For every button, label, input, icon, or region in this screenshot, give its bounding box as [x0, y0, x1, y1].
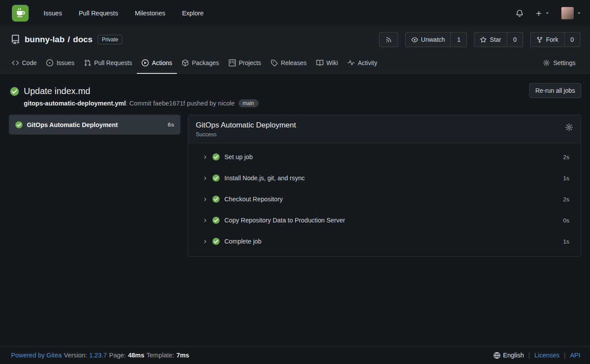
repo-title: bunny-lab / docs — [25, 35, 92, 44]
powered-by-link[interactable]: Powered by Gitea — [11, 352, 62, 359]
settings-gear-icon — [543, 59, 550, 66]
tab-projects[interactable]: Projects — [224, 53, 266, 74]
watchers-count[interactable]: 1 — [451, 32, 467, 47]
tab-activity[interactable]: Activity — [343, 53, 382, 74]
star-button-group: Star 0 — [474, 32, 523, 47]
job-success-check-icon — [15, 121, 23, 129]
step-success-check-icon — [212, 153, 220, 161]
repo-owner-link[interactable]: bunny-lab — [25, 35, 65, 44]
repo-tabs: Code Issues Pull Requests Actions Packag… — [0, 53, 590, 74]
job-list-item[interactable]: GitOps Automatic Deployment 6s — [9, 115, 180, 135]
gear-icon — [565, 123, 573, 131]
repo-name-link[interactable]: docs — [73, 35, 92, 44]
bell-icon — [516, 9, 524, 17]
chevron-right-icon — [203, 176, 208, 181]
step-row[interactable]: Install Node.js, git, and rsync 1s — [188, 167, 581, 189]
step-duration: 2s — [563, 196, 569, 203]
step-duration: 0s — [563, 217, 569, 224]
page-time-value: 48ms — [128, 352, 144, 359]
actions-run-page: Update index.md gitops-automatic-deploym… — [0, 74, 590, 346]
template-time-label: Template: — [147, 352, 174, 359]
star-button[interactable]: Star — [474, 32, 507, 47]
nav-issues[interactable]: Issues — [44, 10, 62, 17]
licenses-link[interactable]: Licenses — [535, 352, 560, 359]
gitea-logo[interactable] — [12, 5, 29, 22]
star-icon — [480, 36, 487, 43]
unwatch-label: Unwatch — [421, 36, 445, 43]
step-row[interactable]: Set up job 2s — [188, 146, 581, 167]
footer-links: English | Licenses | API — [494, 352, 580, 359]
star-label: Star — [490, 36, 501, 43]
step-success-check-icon — [212, 216, 220, 224]
workflow-file[interactable]: gitops-automatic-deployment.yml — [24, 100, 126, 107]
chevron-right-icon — [203, 218, 208, 223]
repo-title-row: bunny-lab / docs Private Unwatch 1 Star — [0, 26, 590, 53]
page-footer: Powered by Gitea Version: 1.23.7 Page: 4… — [0, 346, 590, 364]
rss-button[interactable] — [379, 32, 398, 47]
commit-info: : Commit faebe1671f pushed by nicole — [126, 100, 235, 107]
plus-icon — [535, 10, 542, 17]
step-success-check-icon — [212, 237, 220, 245]
version-label: Version: — [64, 352, 87, 359]
navbar-right — [516, 7, 581, 19]
watch-button-group: Unwatch 1 — [405, 32, 467, 47]
fork-icon — [536, 36, 543, 43]
eye-icon — [411, 36, 418, 43]
run-header: Update index.md gitops-automatic-deploym… — [0, 74, 590, 107]
chevron-right-icon — [203, 239, 208, 244]
globe-icon — [494, 352, 500, 359]
tab-issues[interactable]: Issues — [41, 53, 79, 74]
job-detail-header: GitOps Automatic Deployment Success — [188, 115, 581, 143]
nav-milestones[interactable]: Milestones — [135, 10, 165, 17]
step-list: Set up job 2s Install Node.js, git, and … — [188, 143, 581, 256]
language-selector[interactable]: English — [494, 352, 524, 359]
step-row[interactable]: Complete job 1s — [188, 231, 581, 252]
template-time-value: 7ms — [176, 352, 189, 359]
step-duration: 1s — [563, 238, 569, 245]
package-icon — [182, 59, 189, 66]
unwatch-button[interactable]: Unwatch — [405, 32, 451, 47]
job-detail-card: GitOps Automatic Deployment Success Set … — [188, 115, 581, 257]
step-row[interactable]: Checkout Repository 2s — [188, 189, 581, 210]
tab-wiki[interactable]: Wiki — [311, 53, 343, 74]
page-time-label: Page: — [109, 352, 126, 359]
tab-code[interactable]: Code — [7, 53, 41, 74]
branch-badge[interactable]: main — [238, 99, 259, 107]
tab-packages[interactable]: Packages — [177, 53, 224, 74]
user-menu[interactable] — [561, 7, 581, 19]
tab-actions[interactable]: Actions — [137, 53, 177, 74]
job-duration: 6s — [168, 121, 174, 128]
chevron-right-icon — [203, 197, 208, 202]
play-circle-icon — [142, 59, 149, 66]
step-duration: 1s — [563, 175, 569, 182]
stars-count[interactable]: 0 — [507, 32, 523, 47]
run-success-check-icon — [10, 87, 19, 96]
job-detail-title: GitOps Automatic Deployment — [196, 121, 296, 130]
pulse-icon — [348, 59, 355, 66]
create-new-menu[interactable] — [535, 10, 550, 17]
notifications-button[interactable] — [516, 9, 524, 17]
api-link[interactable]: API — [570, 352, 580, 359]
tab-settings[interactable]: Settings — [538, 53, 580, 74]
footer-meta: Powered by Gitea Version: 1.23.7 Page: 4… — [11, 352, 189, 359]
rss-icon — [385, 36, 392, 43]
code-icon — [12, 59, 19, 66]
step-duration: 2s — [563, 154, 569, 160]
footer-separator: | — [564, 352, 566, 359]
tab-releases[interactable]: Releases — [266, 53, 311, 74]
step-row[interactable]: Copy Repository Data to Production Serve… — [188, 210, 581, 231]
run-title: Update index.md — [24, 86, 90, 96]
nav-explore[interactable]: Explore — [182, 10, 204, 17]
nav-pull-requests[interactable]: Pull Requests — [79, 10, 118, 17]
rerun-all-jobs-button[interactable]: Re-run all jobs — [529, 83, 581, 98]
forks-count[interactable]: 0 — [564, 32, 580, 47]
job-options-button[interactable] — [565, 123, 573, 131]
run-subtitle: gitops-automatic-deployment.yml : Commit… — [24, 99, 581, 107]
tab-pull-requests[interactable]: Pull Requests — [79, 53, 137, 74]
pull-request-icon — [84, 59, 91, 66]
issue-icon — [46, 59, 53, 66]
version-link[interactable]: 1.23.7 — [89, 352, 107, 359]
fork-button[interactable]: Fork — [530, 32, 564, 47]
book-icon — [316, 59, 323, 66]
job-list: GitOps Automatic Deployment 6s — [9, 115, 180, 135]
